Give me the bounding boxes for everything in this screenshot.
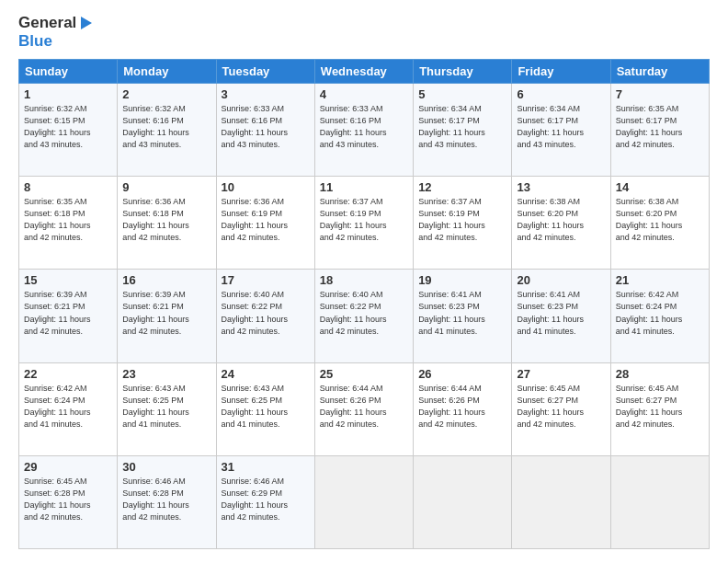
day-info: Sunrise: 6:39 AM Sunset: 6:21 PM Dayligh… [24, 289, 112, 337]
day-info: Sunrise: 6:34 AM Sunset: 6:17 PM Dayligh… [418, 103, 506, 151]
days-of-week-row: SundayMondayTuesdayWednesdayThursdayFrid… [19, 60, 710, 84]
day-number: 29 [24, 460, 112, 474]
day-number: 6 [517, 87, 605, 101]
dow-header-monday: Monday [118, 60, 216, 84]
day-info: Sunrise: 6:35 AM Sunset: 6:17 PM Dayligh… [616, 103, 704, 151]
calendar-cell: 14Sunrise: 6:38 AM Sunset: 6:20 PM Dayli… [610, 177, 709, 270]
day-number: 2 [122, 87, 210, 101]
day-number: 7 [616, 87, 704, 101]
calendar-body: 1Sunrise: 6:32 AM Sunset: 6:15 PM Daylig… [19, 84, 710, 549]
logo-arrow-icon [77, 15, 94, 31]
day-info: Sunrise: 6:46 AM Sunset: 6:28 PM Dayligh… [122, 476, 210, 523]
day-number: 23 [122, 367, 210, 381]
week-row-4: 22Sunrise: 6:42 AM Sunset: 6:24 PM Dayli… [19, 362, 710, 455]
calendar-cell: 4Sunrise: 6:33 AM Sunset: 6:16 PM Daylig… [314, 84, 413, 177]
calendar-cell: 13Sunrise: 6:38 AM Sunset: 6:20 PM Dayli… [512, 177, 610, 270]
day-info: Sunrise: 6:37 AM Sunset: 6:19 PM Dayligh… [418, 196, 506, 244]
calendar-cell: 3Sunrise: 6:33 AM Sunset: 6:16 PM Daylig… [216, 84, 314, 177]
day-info: Sunrise: 6:32 AM Sunset: 6:16 PM Dayligh… [122, 103, 210, 151]
day-number: 3 [222, 87, 310, 101]
calendar-cell [414, 455, 512, 548]
calendar-cell: 8Sunrise: 6:35 AM Sunset: 6:18 PM Daylig… [19, 177, 118, 270]
logo-wordmark: General Blue [18, 14, 94, 50]
calendar-cell: 18Sunrise: 6:40 AM Sunset: 6:22 PM Dayli… [314, 270, 413, 362]
day-number: 8 [24, 180, 112, 194]
calendar-cell: 20Sunrise: 6:41 AM Sunset: 6:23 PM Dayli… [512, 270, 610, 362]
dow-header-friday: Friday [512, 60, 610, 84]
week-row-5: 29Sunrise: 6:45 AM Sunset: 6:28 PM Dayli… [19, 455, 710, 548]
calendar-cell: 10Sunrise: 6:36 AM Sunset: 6:19 PM Dayli… [216, 177, 314, 270]
day-info: Sunrise: 6:35 AM Sunset: 6:18 PM Dayligh… [24, 196, 112, 244]
day-info: Sunrise: 6:44 AM Sunset: 6:26 PM Dayligh… [320, 383, 408, 431]
week-row-1: 1Sunrise: 6:32 AM Sunset: 6:15 PM Daylig… [19, 84, 710, 177]
day-info: Sunrise: 6:33 AM Sunset: 6:16 PM Dayligh… [222, 103, 310, 151]
day-number: 24 [222, 367, 310, 381]
day-number: 17 [222, 273, 310, 287]
calendar-cell [610, 455, 709, 548]
calendar-cell [512, 455, 610, 548]
day-info: Sunrise: 6:37 AM Sunset: 6:19 PM Dayligh… [320, 196, 408, 244]
dow-header-thursday: Thursday [414, 60, 512, 84]
calendar-cell: 1Sunrise: 6:32 AM Sunset: 6:15 PM Daylig… [19, 84, 118, 177]
day-number: 27 [517, 367, 605, 381]
day-info: Sunrise: 6:38 AM Sunset: 6:20 PM Dayligh… [517, 196, 605, 244]
calendar-cell: 28Sunrise: 6:45 AM Sunset: 6:27 PM Dayli… [610, 362, 709, 455]
day-number: 10 [222, 180, 310, 194]
dow-header-sunday: Sunday [19, 60, 118, 84]
day-info: Sunrise: 6:40 AM Sunset: 6:22 PM Dayligh… [222, 289, 310, 337]
day-info: Sunrise: 6:39 AM Sunset: 6:21 PM Dayligh… [122, 289, 210, 337]
calendar-cell: 22Sunrise: 6:42 AM Sunset: 6:24 PM Dayli… [19, 362, 118, 455]
day-number: 22 [24, 367, 112, 381]
day-number: 12 [418, 180, 506, 194]
calendar-cell: 16Sunrise: 6:39 AM Sunset: 6:21 PM Dayli… [118, 270, 216, 362]
week-row-3: 15Sunrise: 6:39 AM Sunset: 6:21 PM Dayli… [19, 270, 710, 362]
calendar-cell: 12Sunrise: 6:37 AM Sunset: 6:19 PM Dayli… [414, 177, 512, 270]
day-number: 14 [616, 180, 704, 194]
logo: General Blue [18, 14, 94, 50]
day-info: Sunrise: 6:41 AM Sunset: 6:23 PM Dayligh… [517, 289, 605, 337]
day-info: Sunrise: 6:40 AM Sunset: 6:22 PM Dayligh… [320, 289, 408, 337]
day-number: 26 [418, 367, 506, 381]
day-number: 31 [222, 460, 310, 474]
day-number: 4 [320, 87, 408, 101]
calendar-cell: 21Sunrise: 6:42 AM Sunset: 6:24 PM Dayli… [610, 270, 709, 362]
calendar-cell: 17Sunrise: 6:40 AM Sunset: 6:22 PM Dayli… [216, 270, 314, 362]
day-number: 18 [320, 273, 408, 287]
day-number: 9 [122, 180, 210, 194]
calendar-cell: 11Sunrise: 6:37 AM Sunset: 6:19 PM Dayli… [314, 177, 413, 270]
day-info: Sunrise: 6:43 AM Sunset: 6:25 PM Dayligh… [222, 383, 310, 431]
calendar-cell: 19Sunrise: 6:41 AM Sunset: 6:23 PM Dayli… [414, 270, 512, 362]
calendar-cell: 31Sunrise: 6:46 AM Sunset: 6:29 PM Dayli… [216, 455, 314, 548]
day-info: Sunrise: 6:36 AM Sunset: 6:18 PM Dayligh… [122, 196, 210, 244]
day-number: 11 [320, 180, 408, 194]
calendar-cell: 15Sunrise: 6:39 AM Sunset: 6:21 PM Dayli… [19, 270, 118, 362]
calendar-cell: 9Sunrise: 6:36 AM Sunset: 6:18 PM Daylig… [118, 177, 216, 270]
day-number: 16 [122, 273, 210, 287]
day-info: Sunrise: 6:38 AM Sunset: 6:20 PM Dayligh… [616, 196, 704, 244]
calendar-cell: 24Sunrise: 6:43 AM Sunset: 6:25 PM Dayli… [216, 362, 314, 455]
dow-header-wednesday: Wednesday [314, 60, 413, 84]
calendar-cell: 25Sunrise: 6:44 AM Sunset: 6:26 PM Dayli… [314, 362, 413, 455]
dow-header-saturday: Saturday [610, 60, 709, 84]
calendar-cell: 30Sunrise: 6:46 AM Sunset: 6:28 PM Dayli… [118, 455, 216, 548]
day-number: 1 [24, 87, 112, 101]
day-number: 20 [517, 273, 605, 287]
day-info: Sunrise: 6:34 AM Sunset: 6:17 PM Dayligh… [517, 103, 605, 151]
day-info: Sunrise: 6:43 AM Sunset: 6:25 PM Dayligh… [122, 383, 210, 431]
svg-marker-0 [81, 17, 92, 29]
calendar-cell [314, 455, 413, 548]
logo-general-text: General [18, 14, 76, 32]
day-info: Sunrise: 6:42 AM Sunset: 6:24 PM Dayligh… [616, 289, 704, 337]
day-info: Sunrise: 6:45 AM Sunset: 6:28 PM Dayligh… [24, 476, 112, 523]
day-number: 13 [517, 180, 605, 194]
calendar-cell: 7Sunrise: 6:35 AM Sunset: 6:17 PM Daylig… [610, 84, 709, 177]
day-info: Sunrise: 6:41 AM Sunset: 6:23 PM Dayligh… [418, 289, 506, 337]
day-number: 5 [418, 87, 506, 101]
calendar-table: SundayMondayTuesdayWednesdayThursdayFrid… [18, 59, 710, 549]
day-number: 30 [122, 460, 210, 474]
logo-blue-text: Blue [18, 32, 94, 51]
day-info: Sunrise: 6:36 AM Sunset: 6:19 PM Dayligh… [222, 196, 310, 244]
day-info: Sunrise: 6:33 AM Sunset: 6:16 PM Dayligh… [320, 103, 408, 151]
calendar-cell: 2Sunrise: 6:32 AM Sunset: 6:16 PM Daylig… [118, 84, 216, 177]
day-info: Sunrise: 6:45 AM Sunset: 6:27 PM Dayligh… [517, 383, 605, 431]
